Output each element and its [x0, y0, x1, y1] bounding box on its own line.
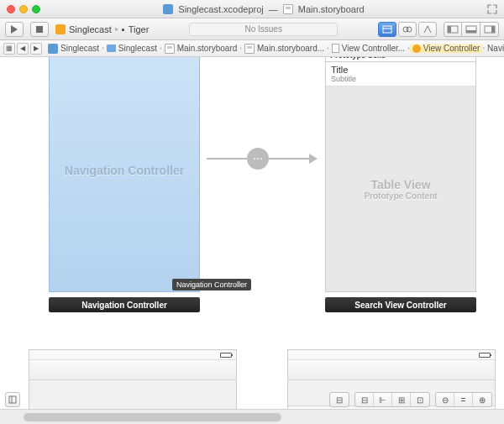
cell-title: Title [331, 65, 470, 75]
bottom-bar [0, 409, 504, 424]
zoom-fit-button[interactable]: = [454, 393, 473, 406]
window-titlebar: Singlecast.xcodeproj — Main.storyboard [0, 0, 504, 18]
placeholder-sub: Prototype Content [364, 191, 437, 201]
crumb-0[interactable]: Singlecast [45, 44, 102, 54]
resizing-button[interactable]: ⊡ [411, 393, 429, 406]
utilities-toggle-button[interactable] [480, 22, 499, 37]
horizontal-scrollbar[interactable] [24, 413, 492, 421]
run-button[interactable] [5, 22, 24, 37]
chevron-right-icon: ▸ [115, 25, 118, 33]
placeholder-title: Table View [370, 178, 430, 191]
title-file: Main.storyboard [298, 4, 365, 14]
zoom-in-button[interactable]: ⊕ [473, 393, 491, 406]
crumb-2[interactable]: Main.storyboard [162, 44, 240, 54]
scheme-device: Tiger [129, 24, 150, 34]
crumb-1[interactable]: Singlecast [104, 44, 160, 53]
storyboard-icon [283, 4, 293, 14]
scene-icon [332, 44, 339, 53]
scheme-app: Singlecast [69, 24, 112, 34]
version-editor-button[interactable] [418, 22, 437, 37]
segue-icon: ⋯ [247, 148, 269, 170]
back-button[interactable]: ◀ [17, 43, 29, 55]
scroll-thumb[interactable] [24, 413, 281, 421]
root-segue[interactable]: ⋯ [207, 148, 318, 170]
stop-button[interactable] [30, 22, 49, 37]
device-icon: ▪ [122, 24, 125, 34]
nav-bar[interactable] [288, 360, 495, 380]
main-toolbar: Singlecast ▸ ▪ Tiger No Issues [0, 18, 504, 40]
crumb-label: Singlecast [60, 44, 99, 53]
battery-icon [220, 353, 232, 358]
nav-bar[interactable] [29, 360, 236, 380]
battery-icon [479, 353, 491, 358]
autolayout-tools: ⊟ ⊩ ⊞ ⊡ [354, 392, 430, 407]
bottom-scene-1[interactable] [29, 349, 237, 409]
svg-rect-10 [491, 26, 495, 33]
prototype-cell[interactable]: Title Subtitle [326, 62, 475, 86]
forward-button[interactable]: ▶ [30, 43, 42, 55]
traffic-lights [0, 5, 40, 13]
zoom-out-button[interactable]: ⊖ [436, 393, 454, 406]
scene-label-1[interactable]: Navigation Controller [49, 297, 200, 312]
crumb-label: Singlecast [118, 44, 157, 53]
canvas-tools: ⊟ ⊟ ⊩ ⊞ ⊡ ⊖ = ⊕ [329, 392, 492, 407]
fullscreen-icon[interactable] [487, 4, 497, 14]
zoom-tools: ⊖ = ⊕ [435, 392, 492, 407]
title-sep: — [269, 4, 278, 14]
close-window-button[interactable] [7, 5, 15, 13]
crumb-6[interactable]: Navigation Item [485, 44, 504, 53]
svg-point-4 [407, 27, 412, 32]
resolve-button[interactable]: ⊞ [392, 393, 411, 406]
nav-controller-scene[interactable]: Navigation Controller [49, 57, 200, 292]
project-icon [48, 44, 58, 54]
crumb-label: View Controller [423, 44, 480, 53]
align-button[interactable]: ⊟ [330, 393, 349, 406]
align-button-2[interactable]: ⊟ [355, 393, 374, 406]
project-icon [163, 4, 173, 14]
ib-canvas[interactable]: Navigation Controller ⋯ Prototype Cells … [0, 57, 504, 409]
document-outline-toggle[interactable] [5, 392, 20, 407]
svg-rect-6 [448, 26, 451, 33]
svg-rect-15 [9, 396, 16, 403]
assistant-editor-button[interactable] [398, 22, 417, 37]
svg-rect-8 [466, 30, 476, 33]
status-bar [29, 350, 236, 360]
crumb-label: Navigation Item [487, 44, 504, 53]
crumb-4[interactable]: View Controller... [329, 44, 407, 53]
crumb-label: Main.storyboard [177, 44, 238, 53]
autolayout-single: ⊟ [329, 392, 349, 407]
storyboard-icon [165, 44, 175, 54]
activity-status[interactable]: No Issues [189, 23, 338, 36]
status-bar [288, 350, 495, 360]
viewcontroller-icon [412, 44, 421, 53]
folder-icon [107, 44, 116, 52]
table-view-scene[interactable]: Prototype Cells Title Subtitle Table Vie… [325, 57, 476, 292]
scene-label-2[interactable]: Search View Controller [325, 297, 476, 312]
jump-bar[interactable]: ▦ ◀ ▶ Singlecast› Singlecast› Main.story… [0, 40, 504, 57]
title-project: Singlecast.xcodeproj [178, 4, 264, 14]
crumb-label: View Controller... [342, 44, 405, 53]
debug-toggle-button[interactable] [462, 22, 480, 37]
table-placeholder: Table View Prototype Content [326, 86, 475, 291]
storyboard-icon [244, 44, 255, 54]
svg-rect-0 [36, 26, 43, 33]
cell-subtitle: Subtitle [331, 75, 470, 83]
navigator-toggle-button[interactable] [444, 22, 462, 37]
crumb-label: Main.storyboard... [257, 44, 324, 53]
pin-button[interactable]: ⊩ [374, 393, 392, 406]
scheme-selector[interactable]: Singlecast ▸ ▪ Tiger [55, 24, 149, 34]
nav-controller-placeholder: Navigation Controller [65, 164, 184, 177]
jump-nav: ▦ ◀ ▶ [3, 43, 42, 55]
panel-toggles [444, 22, 499, 37]
editor-mode-toggles [378, 22, 437, 37]
zoom-window-button[interactable] [32, 5, 40, 13]
crumb-3[interactable]: Main.storyboard... [242, 44, 327, 54]
standard-editor-button[interactable] [378, 22, 396, 37]
drag-tooltip: Navigation Controller [172, 279, 251, 291]
crumb-5[interactable]: View Controller [410, 44, 483, 53]
svg-rect-1 [383, 26, 391, 33]
window-title: Singlecast.xcodeproj — Main.storyboard [40, 4, 487, 14]
minimize-window-button[interactable] [19, 5, 28, 13]
app-icon [55, 24, 66, 34]
related-items-button[interactable]: ▦ [3, 43, 15, 55]
